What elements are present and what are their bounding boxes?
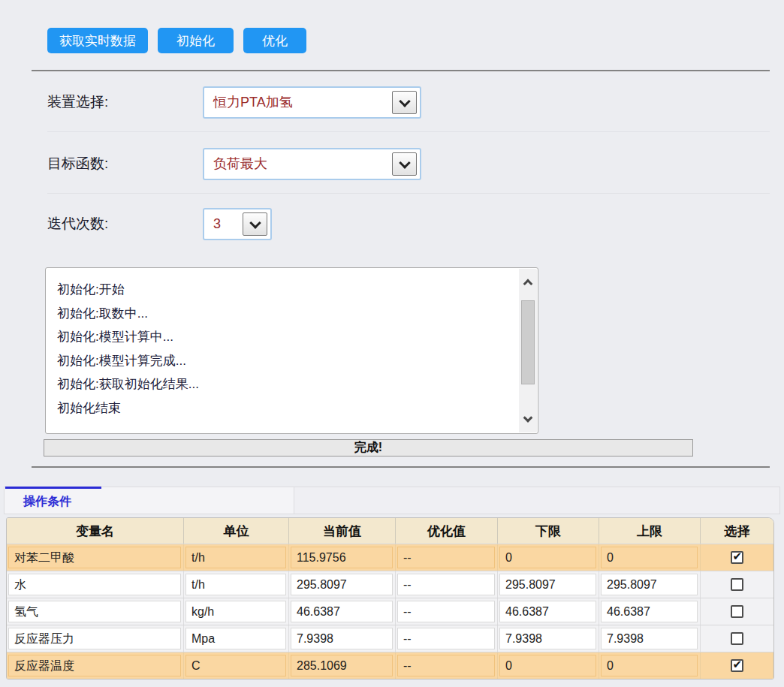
cell-optimized: -- bbox=[396, 544, 498, 571]
field-unit[interactable]: t/h bbox=[185, 547, 286, 568]
tab-strip-filler bbox=[294, 487, 780, 514]
scroll-down-icon[interactable] bbox=[519, 408, 537, 429]
table-header-row: 变量名 单位 当前值 优化值 下限 上限 选择 bbox=[7, 518, 773, 544]
field-lower[interactable]: 46.6387 bbox=[499, 601, 596, 622]
field-optimized[interactable]: -- bbox=[397, 628, 495, 649]
iterations-select-dropdown-button[interactable] bbox=[243, 212, 267, 236]
cell-name: 水 bbox=[7, 571, 184, 598]
field-unit[interactable]: t/h bbox=[185, 574, 286, 595]
field-current[interactable]: 46.6387 bbox=[291, 601, 393, 622]
cell-name: 反应器压力 bbox=[7, 625, 184, 652]
cell-upper: 0 bbox=[599, 544, 701, 571]
chevron-down-icon bbox=[399, 95, 411, 107]
field-name[interactable]: 反应器温度 bbox=[8, 655, 181, 676]
cell-optimized: -- bbox=[396, 652, 498, 679]
field-optimized[interactable]: -- bbox=[397, 601, 495, 622]
field-lower[interactable]: 0 bbox=[499, 547, 596, 568]
field-lower[interactable]: 7.9398 bbox=[499, 628, 596, 649]
device-select-dropdown-button[interactable] bbox=[392, 91, 417, 114]
status-log-textarea[interactable]: 初始化:开始 初始化:取数中... 初始化:模型计算中... 初始化:模型计算完… bbox=[45, 267, 538, 434]
header-select: 选择 bbox=[701, 518, 773, 544]
row-select-checkbox[interactable] bbox=[731, 605, 743, 618]
header-unit: 单位 bbox=[184, 518, 289, 544]
field-unit[interactable]: Mpa bbox=[185, 628, 286, 649]
cell-unit: kg/h bbox=[184, 598, 289, 625]
field-unit[interactable]: kg/h bbox=[185, 601, 286, 622]
field-lower[interactable]: 295.8097 bbox=[499, 574, 596, 595]
field-optimized[interactable]: -- bbox=[397, 655, 495, 676]
row-select-checkbox[interactable] bbox=[731, 578, 743, 591]
cell-current: 46.6387 bbox=[289, 598, 396, 625]
cell-unit: Mpa bbox=[184, 625, 289, 652]
divider-top bbox=[32, 70, 770, 71]
cell-lower: 46.6387 bbox=[498, 598, 599, 625]
row-select-checkbox[interactable]: ✔ bbox=[731, 551, 743, 564]
scroll-up-icon[interactable] bbox=[519, 272, 537, 293]
field-current[interactable]: 7.9398 bbox=[291, 628, 393, 649]
row-select-checkbox[interactable] bbox=[731, 632, 743, 645]
device-select[interactable]: 恒力PTA加氢 bbox=[203, 86, 421, 119]
field-unit[interactable]: C bbox=[185, 655, 286, 676]
header-current-value: 当前值 bbox=[289, 518, 396, 544]
cell-optimized: -- bbox=[396, 598, 498, 625]
field-name[interactable]: 水 bbox=[8, 574, 181, 595]
field-name[interactable]: 反应器压力 bbox=[8, 628, 181, 649]
field-current[interactable]: 115.9756 bbox=[291, 547, 393, 568]
field-optimized[interactable]: -- bbox=[397, 547, 495, 568]
scrollbar-thumb[interactable] bbox=[521, 300, 535, 384]
cell-current: 285.1069 bbox=[289, 652, 396, 679]
header-upper-limit: 上限 bbox=[599, 518, 701, 544]
device-select-label: 装置选择: bbox=[47, 92, 108, 112]
field-current[interactable]: 295.8097 bbox=[291, 574, 393, 595]
table-row: 氢气kg/h46.6387--46.638746.6387 bbox=[7, 598, 773, 625]
optimizer-page: { "toolbar": { "buttons": ["获取实时数据", "初始… bbox=[0, 0, 784, 687]
initialize-button[interactable]: 初始化 bbox=[158, 28, 234, 53]
cell-select: ✔ bbox=[701, 544, 773, 571]
field-name[interactable]: 对苯二甲酸 bbox=[8, 547, 181, 568]
field-upper[interactable]: 7.9398 bbox=[601, 628, 698, 649]
tab-label: 操作条件 bbox=[23, 494, 71, 510]
divider-bottom bbox=[32, 466, 770, 468]
field-optimized[interactable]: -- bbox=[397, 574, 495, 595]
cell-lower: 0 bbox=[498, 544, 599, 571]
chevron-down-icon bbox=[249, 217, 261, 229]
toolbar: 获取实时数据 初始化 优化 bbox=[47, 28, 306, 53]
objective-select[interactable]: 负荷最大 bbox=[203, 148, 421, 180]
progress-label: 完成! bbox=[354, 440, 382, 456]
iterations-select[interactable]: 3 bbox=[203, 208, 272, 240]
operating-conditions-table: 变量名 单位 当前值 优化值 下限 上限 选择 对苯二甲酸t/h115.9756… bbox=[6, 517, 774, 679]
field-lower[interactable]: 0 bbox=[499, 655, 596, 676]
objective-select-label: 目标函数: bbox=[47, 154, 108, 173]
field-upper[interactable]: 0 bbox=[601, 655, 698, 676]
device-select-value: 恒力PTA加氢 bbox=[213, 88, 293, 117]
form-row-separator bbox=[47, 193, 770, 194]
cell-upper: 7.9398 bbox=[599, 625, 701, 652]
field-upper[interactable]: 46.6387 bbox=[601, 601, 698, 622]
active-tab-indicator bbox=[5, 487, 101, 489]
log-scrollbar[interactable] bbox=[519, 269, 537, 432]
table-row: 反应器压力Mpa7.9398--7.93987.9398 bbox=[7, 625, 773, 652]
objective-select-value: 负荷最大 bbox=[213, 149, 267, 179]
field-upper[interactable]: 295.8097 bbox=[601, 574, 698, 595]
tab-strip: 操作条件 bbox=[4, 487, 780, 514]
field-current[interactable]: 285.1069 bbox=[291, 655, 393, 676]
objective-select-dropdown-button[interactable] bbox=[392, 152, 417, 176]
check-mark-icon: ✔ bbox=[733, 658, 743, 671]
cell-name: 氢气 bbox=[7, 598, 184, 625]
field-upper[interactable]: 0 bbox=[601, 547, 698, 568]
iterations-select-value: 3 bbox=[213, 209, 221, 239]
log-text: 初始化:开始 初始化:取数中... 初始化:模型计算中... 初始化:模型计算完… bbox=[46, 268, 538, 433]
header-variable-name: 变量名 bbox=[7, 518, 184, 544]
field-name[interactable]: 氢气 bbox=[8, 601, 181, 622]
cell-lower: 295.8097 bbox=[498, 571, 599, 598]
optimize-button[interactable]: 优化 bbox=[243, 28, 306, 53]
get-realtime-data-button[interactable]: 获取实时数据 bbox=[47, 28, 148, 53]
cell-current: 295.8097 bbox=[289, 571, 396, 598]
tab-operating-conditions[interactable]: 操作条件 bbox=[4, 487, 294, 514]
row-select-checkbox[interactable]: ✔ bbox=[731, 659, 743, 672]
cell-unit: t/h bbox=[184, 571, 289, 598]
cell-unit: t/h bbox=[184, 544, 289, 571]
cell-select bbox=[701, 625, 773, 652]
iterations-select-label: 迭代次数: bbox=[47, 214, 108, 234]
cell-upper: 46.6387 bbox=[599, 598, 701, 625]
